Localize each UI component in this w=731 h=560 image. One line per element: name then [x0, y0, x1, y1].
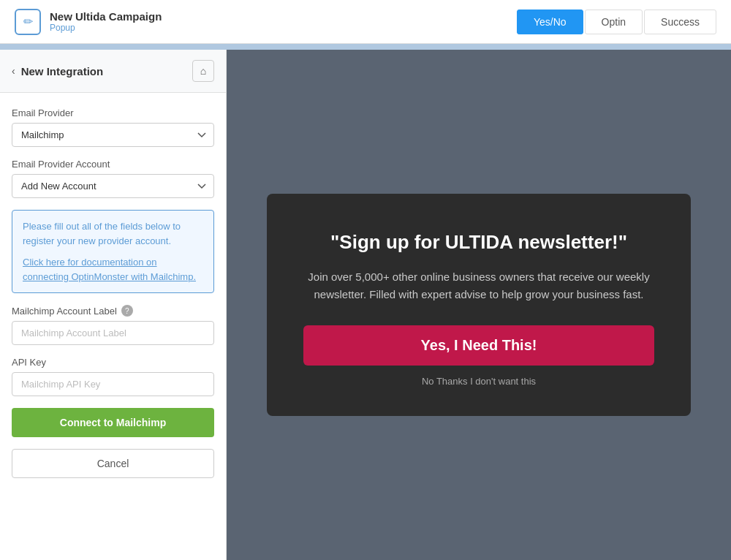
header: ✏ New Ultida Campaign Popup Yes/No Optin…	[0, 0, 731, 44]
tab-optin[interactable]: Optin	[585, 10, 643, 34]
campaign-info: New Ultida Campaign Popup	[50, 10, 162, 33]
tab-yesno[interactable]: Yes/No	[517, 10, 583, 34]
mailchimp-account-label: Mailchimp Account Label	[12, 306, 117, 317]
cancel-button[interactable]: Cancel	[12, 449, 214, 478]
top-strip	[0, 44, 731, 50]
sidebar-header: ‹ New Integration ⌂	[0, 50, 226, 93]
email-provider-select[interactable]: Mailchimp	[12, 123, 214, 147]
email-provider-account-group: Email Provider Account Add New Account	[12, 159, 214, 198]
sidebar-title: New Integration	[21, 65, 104, 77]
popup-subtitle: Join over 5,000+ other online business o…	[303, 268, 654, 303]
email-provider-group: Email Provider Mailchimp	[12, 107, 214, 147]
popup-no-thanks[interactable]: No Thanks I don't want this	[303, 376, 654, 387]
main-layout: ‹ New Integration ⌂ Email Provider Mailc…	[0, 50, 731, 560]
api-key-group: API Key	[12, 357, 214, 396]
campaign-type: Popup	[50, 23, 162, 33]
email-provider-label: Email Provider	[12, 107, 214, 118]
sidebar: ‹ New Integration ⌂ Email Provider Mailc…	[0, 50, 227, 560]
sidebar-header-left: ‹ New Integration	[12, 65, 103, 77]
popup-cta-button[interactable]: Yes, I Need This!	[303, 325, 654, 366]
info-box-link[interactable]: Click here for documentation on connecti…	[23, 255, 203, 284]
api-key-input[interactable]	[12, 372, 214, 396]
mailchimp-account-input[interactable]	[12, 321, 214, 345]
tab-success[interactable]: Success	[644, 10, 716, 34]
mailchimp-account-label-row: Mailchimp Account Label ?	[12, 305, 214, 317]
home-button[interactable]: ⌂	[192, 60, 214, 82]
connect-button[interactable]: Connect to Mailchimp	[12, 408, 214, 437]
email-provider-account-select[interactable]: Add New Account	[12, 174, 214, 198]
sidebar-body: Email Provider Mailchimp Email Provider …	[0, 93, 226, 493]
header-tabs: Yes/No Optin Success	[517, 10, 716, 34]
api-key-label: API Key	[12, 357, 214, 368]
header-left: ✏ New Ultida Campaign Popup	[15, 9, 162, 35]
popup-title: "Sign up for ULTIDA newsletter!"	[303, 230, 654, 255]
info-box: Please fill out all of the fields below …	[12, 210, 214, 293]
back-button[interactable]: ‹	[12, 65, 15, 77]
popup-card: "Sign up for ULTIDA newsletter!" Join ov…	[267, 194, 691, 416]
preview-area: "Sign up for ULTIDA newsletter!" Join ov…	[227, 50, 731, 560]
help-icon[interactable]: ?	[121, 305, 133, 317]
edit-icon: ✏	[15, 9, 41, 35]
info-box-text: Please fill out all of the fields below …	[23, 219, 203, 248]
email-provider-account-label: Email Provider Account	[12, 159, 214, 170]
campaign-title: New Ultida Campaign	[50, 10, 162, 23]
preview-background: "Sign up for ULTIDA newsletter!" Join ov…	[227, 50, 731, 560]
mailchimp-account-label-group: Mailchimp Account Label ?	[12, 305, 214, 345]
